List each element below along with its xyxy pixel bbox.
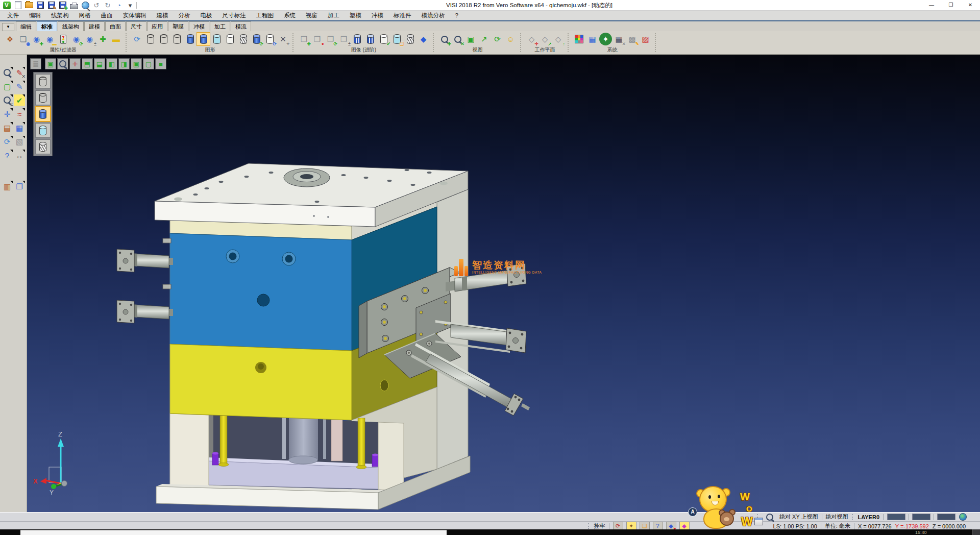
render-hatched[interactable] bbox=[237, 33, 250, 45]
zoom-in[interactable]: ✚ bbox=[438, 33, 451, 45]
tab-模流[interactable]: 模流 bbox=[231, 21, 251, 31]
taskbar-app-segment[interactable] bbox=[20, 530, 447, 535]
palette-shaded[interactable] bbox=[35, 107, 51, 121]
menu-item-曲面[interactable]: 曲面 bbox=[96, 12, 118, 19]
menu-item-冲模[interactable]: 冲模 bbox=[366, 12, 388, 19]
color-swatch-2[interactable] bbox=[937, 514, 955, 520]
palette-hidden-line[interactable] bbox=[35, 90, 51, 105]
view-mode-label[interactable]: 绝对视图 bbox=[826, 513, 848, 521]
zoom-window[interactable]: ▣ bbox=[464, 33, 477, 45]
sketch-delete[interactable]: ✎✕ bbox=[14, 67, 25, 78]
tab-曲面[interactable]: 曲面 bbox=[105, 21, 126, 31]
active-layer-label[interactable]: LAYER0 bbox=[858, 514, 879, 520]
section-validate[interactable]: ✔ bbox=[377, 33, 390, 45]
menu-item-实体编辑[interactable]: 实体编辑 bbox=[118, 12, 152, 19]
window-select[interactable]: ▢ bbox=[2, 81, 13, 92]
menu-item-尺寸标注[interactable]: 尺寸标注 bbox=[217, 12, 251, 19]
save-button[interactable] bbox=[36, 1, 45, 10]
render-shaded[interactable] bbox=[184, 33, 197, 45]
save-all-button[interactable]: ✚ bbox=[58, 1, 67, 10]
maximize-button[interactable]: ❐ bbox=[941, 0, 961, 10]
view-refresh[interactable]: ⟳ bbox=[2, 136, 13, 147]
globe-icon[interactable] bbox=[959, 513, 967, 521]
color-swatch-1[interactable] bbox=[912, 514, 930, 520]
menu-item-模流分析[interactable]: 模流分析 bbox=[416, 12, 450, 19]
render-wireframe[interactable] bbox=[144, 33, 157, 45]
render-copy[interactable]: ⟳ bbox=[263, 33, 276, 45]
workplane-define[interactable]: ◇✛ bbox=[525, 33, 538, 45]
pan-view[interactable]: ↗ bbox=[478, 33, 491, 45]
open-file-button[interactable] bbox=[24, 1, 34, 10]
tab-线架构[interactable]: 线架构 bbox=[58, 21, 84, 31]
curve-sketch[interactable]: ✎ bbox=[14, 81, 25, 92]
tab-加工[interactable]: 加工 bbox=[210, 21, 230, 31]
render-shaded-edges[interactable] bbox=[197, 33, 210, 45]
print-button[interactable] bbox=[69, 1, 79, 10]
recent-session-button[interactable]: ◔ bbox=[114, 1, 124, 10]
filter-add[interactable]: ◉✚ bbox=[30, 33, 43, 45]
tab-冲模[interactable]: 冲模 bbox=[189, 21, 209, 31]
filter-remove[interactable]: ◉▬ bbox=[43, 33, 56, 45]
menu-item-建模[interactable]: 建模 bbox=[152, 12, 174, 19]
attribute-copy[interactable]: ❏◉ bbox=[17, 33, 30, 45]
palette-tools[interactable]: ▥ bbox=[2, 181, 13, 192]
visi-logo[interactable]: V bbox=[2, 1, 11, 10]
menu-item-文件[interactable]: 文件 bbox=[2, 12, 24, 19]
view-bottom[interactable]: ⬓ bbox=[94, 58, 105, 69]
menu-item-电极[interactable]: 电极 bbox=[195, 12, 217, 19]
tab-dropdown-caret[interactable]: ▼ bbox=[2, 23, 14, 31]
visibility-add[interactable]: ✚ bbox=[96, 33, 109, 45]
menu-item-分析[interactable]: 分析 bbox=[174, 12, 195, 19]
viewport-3d[interactable]: Z X Y ☰▣✛⬒⬓◧◨▣▢■ 智造资料网 bbox=[27, 55, 980, 512]
new-file-button[interactable] bbox=[13, 1, 22, 10]
advanced-add[interactable]: ❐✚ bbox=[298, 33, 310, 45]
menu-item-工程图[interactable]: 工程图 bbox=[251, 12, 279, 19]
tab-编辑[interactable]: 编辑 bbox=[16, 21, 36, 31]
section-striped[interactable] bbox=[351, 33, 363, 45]
filter-traffic-light[interactable] bbox=[57, 33, 69, 45]
refresh-view[interactable]: ⟳ bbox=[491, 33, 504, 45]
view-top[interactable]: ⬒ bbox=[82, 58, 93, 69]
color-table[interactable] bbox=[573, 33, 585, 45]
tab-标准[interactable]: 标准 bbox=[37, 21, 57, 31]
view-right[interactable]: ◨ bbox=[118, 58, 130, 69]
menu-item-网格[interactable]: 网格 bbox=[74, 12, 96, 19]
undo-button[interactable]: ↺ bbox=[92, 1, 101, 10]
redo-button[interactable]: ↻ bbox=[103, 1, 112, 10]
menu-item-线架构[interactable]: 线架构 bbox=[46, 12, 74, 19]
solid-box[interactable]: ▧ bbox=[14, 136, 25, 147]
redraw[interactable]: ⟳ bbox=[131, 33, 143, 45]
measure-distance[interactable]: ↔ bbox=[14, 150, 25, 161]
menu-item-加工[interactable]: 加工 bbox=[323, 12, 345, 19]
visibility-remove[interactable]: ▬ bbox=[110, 33, 122, 45]
tab-尺寸[interactable]: 尺寸 bbox=[126, 21, 146, 31]
context-help[interactable]: ? bbox=[2, 150, 13, 161]
menu-item-?[interactable]: ? bbox=[450, 12, 463, 18]
advanced-traffic[interactable]: ❐● bbox=[311, 33, 324, 45]
menu-item-系统[interactable]: 系统 bbox=[279, 12, 301, 19]
palette-wireframe[interactable] bbox=[35, 74, 51, 89]
render-settings[interactable]: ✕✦ bbox=[277, 33, 289, 45]
save-as-button[interactable]: ✎ bbox=[47, 1, 56, 10]
tab-塑膜[interactable]: 塑膜 bbox=[168, 21, 188, 31]
preview-button[interactable] bbox=[81, 1, 90, 10]
confirm-check[interactable]: ✔ bbox=[14, 94, 25, 106]
show-desktop-button[interactable] bbox=[972, 529, 980, 535]
system-tools[interactable]: ✦ bbox=[599, 33, 612, 45]
palette-hatched[interactable] bbox=[35, 139, 51, 154]
filter-plus-minus[interactable]: ◉± bbox=[83, 33, 96, 45]
menu-item-编辑[interactable]: 编辑 bbox=[24, 12, 46, 19]
toolbar-options-caret[interactable]: ▾ bbox=[126, 1, 135, 10]
render-translucent[interactable] bbox=[210, 33, 223, 45]
menu-item-视窗[interactable]: 视窗 bbox=[301, 12, 323, 19]
advanced-refresh[interactable]: ❐⟳ bbox=[324, 33, 337, 45]
palette-translucent[interactable] bbox=[35, 123, 51, 138]
workplane-move[interactable]: ◇↗ bbox=[538, 33, 551, 45]
zoom-select[interactable] bbox=[2, 67, 13, 78]
document-copy[interactable]: ❐ bbox=[14, 181, 25, 192]
color-swatch-0[interactable] bbox=[887, 514, 905, 520]
grid-edit[interactable]: ▩✎ bbox=[626, 33, 639, 45]
view-axonometric[interactable]: ✛ bbox=[69, 58, 81, 69]
zoom-all[interactable] bbox=[57, 58, 68, 69]
view-iso[interactable]: ■ bbox=[155, 58, 166, 69]
